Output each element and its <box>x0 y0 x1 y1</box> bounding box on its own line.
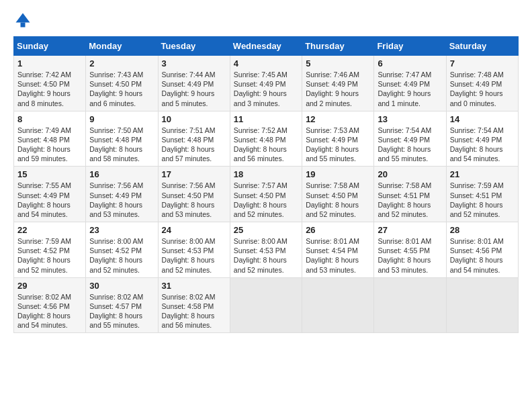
cell-info: Sunrise: 7:57 AMSunset: 4:50 PMDaylight:… <box>234 181 287 218</box>
calendar-table: SundayMondayTuesdayWednesdayThursdayFrid… <box>13 36 519 333</box>
cell-info: Sunrise: 7:55 AMSunset: 4:49 PMDaylight:… <box>17 181 71 218</box>
cell-info: Sunrise: 7:42 AMSunset: 4:50 PMDaylight:… <box>17 71 71 107</box>
calendar-cell: 16 Sunrise: 7:56 AMSunset: 4:49 PMDaylig… <box>86 167 158 222</box>
calendar-cell: 26 Sunrise: 8:01 AMSunset: 4:54 PMDaylig… <box>302 222 374 278</box>
calendar-cell: 3 Sunrise: 7:44 AMSunset: 4:49 PMDayligh… <box>158 56 230 111</box>
day-number: 15 <box>17 169 82 179</box>
day-number: 28 <box>450 225 515 235</box>
logo-icon <box>13 11 32 30</box>
calendar-cell: 5 Sunrise: 7:46 AMSunset: 4:49 PMDayligh… <box>302 56 374 111</box>
calendar-cell: 27 Sunrise: 8:01 AMSunset: 4:55 PMDaylig… <box>374 222 446 278</box>
day-number: 16 <box>89 169 154 179</box>
day-number: 31 <box>162 281 226 291</box>
cell-info: Sunrise: 8:00 AMSunset: 4:52 PMDaylight:… <box>89 237 143 274</box>
calendar-cell: 24 Sunrise: 8:00 AMSunset: 4:53 PMDaylig… <box>158 222 230 278</box>
page-container: SundayMondayTuesdayWednesdayThursdayFrid… <box>0 0 532 340</box>
calendar-cell: 15 Sunrise: 7:55 AMSunset: 4:49 PMDaylig… <box>14 167 86 222</box>
calendar-cell: 28 Sunrise: 8:01 AMSunset: 4:56 PMDaylig… <box>446 222 518 278</box>
day-number: 2 <box>89 58 154 68</box>
day-number: 8 <box>17 114 82 124</box>
calendar-body: 1 Sunrise: 7:42 AMSunset: 4:50 PMDayligh… <box>14 56 519 333</box>
calendar-cell: 8 Sunrise: 7:49 AMSunset: 4:48 PMDayligh… <box>14 111 86 167</box>
cell-info: Sunrise: 7:53 AMSunset: 4:49 PMDaylight:… <box>306 126 359 163</box>
day-header-saturday: Saturday <box>446 37 518 56</box>
day-number: 21 <box>450 169 515 179</box>
day-number: 6 <box>378 58 442 68</box>
cell-info: Sunrise: 7:45 AMSunset: 4:49 PMDaylight:… <box>234 71 287 107</box>
calendar-cell: 23 Sunrise: 8:00 AMSunset: 4:52 PMDaylig… <box>86 222 158 278</box>
day-number: 27 <box>378 225 442 235</box>
calendar-cell <box>230 277 302 333</box>
calendar-cell: 11 Sunrise: 7:52 AMSunset: 4:48 PMDaylig… <box>230 111 302 167</box>
calendar-cell: 9 Sunrise: 7:50 AMSunset: 4:48 PMDayligh… <box>86 111 158 167</box>
calendar-cell: 18 Sunrise: 7:57 AMSunset: 4:50 PMDaylig… <box>230 167 302 222</box>
cell-info: Sunrise: 8:01 AMSunset: 4:55 PMDaylight:… <box>378 237 431 274</box>
calendar-cell: 17 Sunrise: 7:56 AMSunset: 4:50 PMDaylig… <box>158 167 230 222</box>
calendar-cell: 29 Sunrise: 8:02 AMSunset: 4:56 PMDaylig… <box>14 277 86 333</box>
cell-info: Sunrise: 7:54 AMSunset: 4:49 PMDaylight:… <box>378 126 431 163</box>
cell-info: Sunrise: 7:50 AMSunset: 4:48 PMDaylight:… <box>89 126 143 163</box>
cell-info: Sunrise: 7:47 AMSunset: 4:49 PMDaylight:… <box>378 71 431 107</box>
calendar-cell: 14 Sunrise: 7:54 AMSunset: 4:49 PMDaylig… <box>446 111 518 167</box>
logo <box>13 11 35 30</box>
cell-info: Sunrise: 8:01 AMSunset: 4:56 PMDaylight:… <box>450 237 504 274</box>
cell-info: Sunrise: 7:54 AMSunset: 4:49 PMDaylight:… <box>450 126 504 163</box>
header-row: SundayMondayTuesdayWednesdayThursdayFrid… <box>14 37 519 56</box>
calendar-cell: 30 Sunrise: 8:02 AMSunset: 4:57 PMDaylig… <box>86 277 158 333</box>
svg-marker-0 <box>16 13 30 23</box>
calendar-week-3: 15 Sunrise: 7:55 AMSunset: 4:49 PMDaylig… <box>14 167 519 222</box>
day-number: 17 <box>162 169 226 179</box>
cell-info: Sunrise: 7:52 AMSunset: 4:48 PMDaylight:… <box>234 126 287 163</box>
calendar-cell: 1 Sunrise: 7:42 AMSunset: 4:50 PMDayligh… <box>14 56 86 111</box>
calendar-cell: 21 Sunrise: 7:59 AMSunset: 4:51 PMDaylig… <box>446 167 518 222</box>
cell-info: Sunrise: 7:49 AMSunset: 4:48 PMDaylight:… <box>17 126 71 163</box>
calendar-cell: 10 Sunrise: 7:51 AMSunset: 4:48 PMDaylig… <box>158 111 230 167</box>
calendar-cell: 6 Sunrise: 7:47 AMSunset: 4:49 PMDayligh… <box>374 56 446 111</box>
cell-info: Sunrise: 7:59 AMSunset: 4:52 PMDaylight:… <box>17 237 71 274</box>
day-number: 18 <box>234 169 298 179</box>
calendar-cell: 13 Sunrise: 7:54 AMSunset: 4:49 PMDaylig… <box>374 111 446 167</box>
calendar-cell: 2 Sunrise: 7:43 AMSunset: 4:50 PMDayligh… <box>86 56 158 111</box>
calendar-cell: 20 Sunrise: 7:58 AMSunset: 4:51 PMDaylig… <box>374 167 446 222</box>
day-number: 19 <box>306 169 370 179</box>
day-number: 29 <box>17 281 82 291</box>
cell-info: Sunrise: 7:58 AMSunset: 4:50 PMDaylight:… <box>306 181 359 218</box>
calendar-cell: 12 Sunrise: 7:53 AMSunset: 4:49 PMDaylig… <box>302 111 374 167</box>
calendar-cell: 22 Sunrise: 7:59 AMSunset: 4:52 PMDaylig… <box>14 222 86 278</box>
cell-info: Sunrise: 7:46 AMSunset: 4:49 PMDaylight:… <box>306 71 359 107</box>
calendar-cell: 25 Sunrise: 8:00 AMSunset: 4:53 PMDaylig… <box>230 222 302 278</box>
day-header-thursday: Thursday <box>302 37 374 56</box>
day-number: 1 <box>17 58 82 68</box>
day-number: 25 <box>234 225 298 235</box>
day-header-sunday: Sunday <box>14 37 86 56</box>
cell-info: Sunrise: 7:43 AMSunset: 4:50 PMDaylight:… <box>89 71 143 107</box>
cell-info: Sunrise: 8:01 AMSunset: 4:54 PMDaylight:… <box>306 237 359 274</box>
calendar-cell <box>446 277 518 333</box>
cell-info: Sunrise: 7:44 AMSunset: 4:49 PMDaylight:… <box>162 71 216 107</box>
cell-info: Sunrise: 8:00 AMSunset: 4:53 PMDaylight:… <box>162 237 216 274</box>
svg-rect-1 <box>21 23 26 28</box>
calendar-cell: 4 Sunrise: 7:45 AMSunset: 4:49 PMDayligh… <box>230 56 302 111</box>
calendar-cell: 7 Sunrise: 7:48 AMSunset: 4:49 PMDayligh… <box>446 56 518 111</box>
page-header <box>13 11 519 30</box>
cell-info: Sunrise: 7:59 AMSunset: 4:51 PMDaylight:… <box>450 181 504 218</box>
day-number: 12 <box>306 114 370 124</box>
day-header-tuesday: Tuesday <box>158 37 230 56</box>
day-header-wednesday: Wednesday <box>230 37 302 56</box>
cell-info: Sunrise: 8:02 AMSunset: 4:57 PMDaylight:… <box>89 293 143 330</box>
day-number: 24 <box>162 225 226 235</box>
day-number: 5 <box>306 58 370 68</box>
day-number: 9 <box>89 114 154 124</box>
calendar-cell <box>374 277 446 333</box>
day-number: 13 <box>378 114 442 124</box>
day-number: 20 <box>378 169 442 179</box>
day-number: 4 <box>234 58 298 68</box>
day-number: 26 <box>306 225 370 235</box>
cell-info: Sunrise: 8:00 AMSunset: 4:53 PMDaylight:… <box>234 237 287 274</box>
day-number: 22 <box>17 225 82 235</box>
calendar-cell: 31 Sunrise: 8:02 AMSunset: 4:58 PMDaylig… <box>158 277 230 333</box>
day-number: 14 <box>450 114 515 124</box>
calendar-week-4: 22 Sunrise: 7:59 AMSunset: 4:52 PMDaylig… <box>14 222 519 278</box>
calendar-cell <box>302 277 374 333</box>
calendar-week-1: 1 Sunrise: 7:42 AMSunset: 4:50 PMDayligh… <box>14 56 519 111</box>
